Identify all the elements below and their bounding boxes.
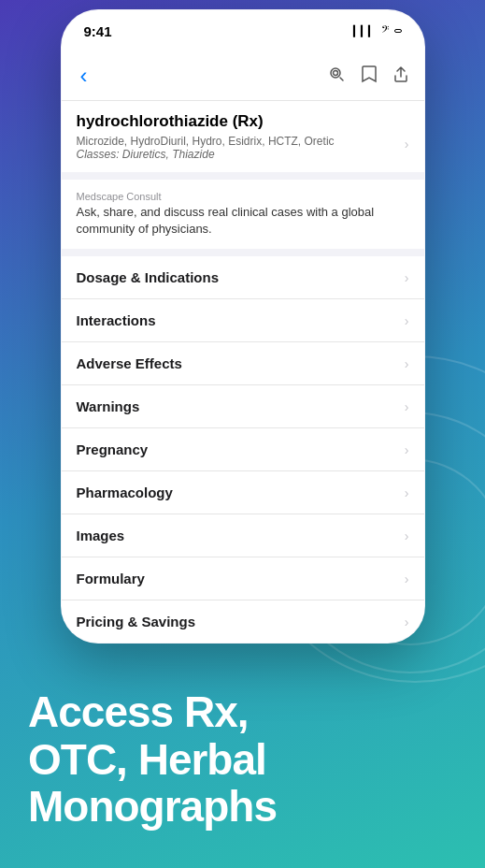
status-bar: 9:41 ▎▎▎ 𝄢 — [62, 10, 424, 51]
drug-info-section: hydrochlorothiazide (Rx) Microzide, Hydr… — [62, 101, 424, 180]
menu-item[interactable]: Pricing & Savings › — [62, 600, 424, 643]
menu-item-label: Pricing & Savings — [77, 614, 196, 629]
wifi-icon: 𝄢 — [381, 23, 389, 38]
menu-item-chevron-icon: › — [405, 571, 409, 586]
menu-item-label: Pharmacology — [77, 485, 173, 500]
menu-item[interactable]: Dosage & Indications › — [62, 256, 424, 299]
consult-text: Ask, share, and discuss real clinical ca… — [77, 204, 409, 238]
menu-item[interactable]: Pharmacology › — [62, 471, 424, 514]
menu-item-label: Formulary — [77, 571, 145, 586]
menu-item[interactable]: Images › — [62, 514, 424, 557]
consult-banner: Medscape Consult Ask, share, and discuss… — [62, 180, 424, 256]
menu-item[interactable]: Warnings › — [62, 385, 424, 428]
menu-item-label: Warnings — [77, 398, 140, 414]
menu-item-label: Pregnancy — [77, 441, 149, 457]
back-button[interactable]: ‹ — [77, 59, 92, 93]
bottom-headline-line2: OTC, Herbal — [28, 736, 457, 784]
menu-item[interactable]: Pregnancy › — [62, 428, 424, 471]
drug-names-text: Microzide, HydroDiuril, Hydro, Esidrix, … — [77, 135, 405, 161]
app-header: ‹ — [62, 51, 424, 101]
drug-chevron-icon: › — [405, 137, 409, 152]
menu-item-label: Interactions — [77, 312, 156, 328]
menu-item[interactable]: Formulary › — [62, 557, 424, 600]
menu-item-label: Images — [77, 528, 125, 543]
share-icon[interactable] — [392, 65, 409, 88]
menu-item[interactable]: Adverse Effects › — [62, 342, 424, 385]
menu-item[interactable]: Interactions › — [62, 299, 424, 342]
menu-item-chevron-icon: › — [405, 399, 409, 414]
menu-item-chevron-icon: › — [405, 615, 409, 629]
phone-frame: 9:41 ▎▎▎ 𝄢 ‹ — [61, 9, 425, 644]
menu-item-label: Adverse Effects — [77, 355, 182, 371]
menu-list: Dosage & Indications › Interactions › Ad… — [62, 256, 424, 643]
drug-classes: Classes: Diuretics, Thiazide — [77, 148, 215, 161]
battery-icon — [394, 29, 402, 33]
menu-item-chevron-icon: › — [405, 270, 409, 285]
status-time: 9:41 — [84, 23, 112, 39]
edit-icon[interactable] — [327, 65, 346, 87]
phone-wrapper: 9:41 ▎▎▎ 𝄢 ‹ — [61, 9, 425, 644]
header-icons — [327, 65, 409, 88]
bookmark-icon[interactable] — [361, 65, 378, 88]
menu-item-chevron-icon: › — [405, 485, 409, 500]
menu-item-chevron-icon: › — [405, 313, 409, 328]
drug-title: hydrochlorothiazide (Rx) — [77, 112, 409, 131]
svg-point-1 — [333, 71, 337, 76]
bottom-headline-line1: Access Rx, — [28, 688, 457, 736]
menu-item-chevron-icon: › — [405, 442, 409, 457]
menu-item-chevron-icon: › — [405, 356, 409, 371]
menu-item-label: Dosage & Indications — [77, 269, 220, 285]
menu-item-chevron-icon: › — [405, 528, 409, 543]
svg-point-0 — [331, 68, 340, 78]
status-icons: ▎▎▎ 𝄢 — [353, 23, 402, 38]
drug-names-row[interactable]: Microzide, HydroDiuril, Hydro, Esidrix, … — [77, 135, 409, 161]
consult-label: Medscape Consult — [77, 191, 409, 202]
bottom-text-section: Access Rx, OTC, Herbal Monographs — [0, 688, 485, 831]
signal-icon: ▎▎▎ — [353, 25, 376, 37]
drug-brand-names: Microzide, HydroDiuril, Hydro, Esidrix, … — [77, 135, 335, 148]
bottom-headline-line3: Monographs — [28, 783, 457, 831]
